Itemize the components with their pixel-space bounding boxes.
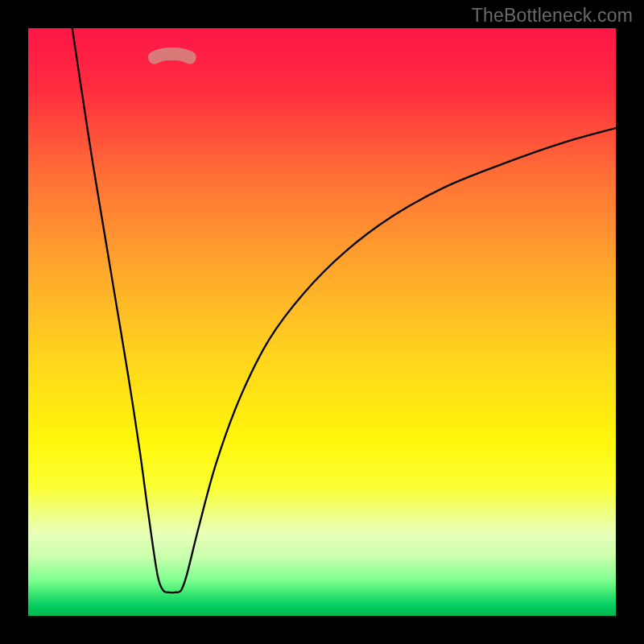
bottleneck-curve: [72, 28, 616, 592]
chart-frame: TheBottleneck.com: [0, 0, 644, 644]
curve-layer: [28, 28, 616, 616]
watermark-text: TheBottleneck.com: [472, 5, 633, 27]
plot-area: [28, 28, 616, 616]
curve-floor-highlight: [155, 54, 190, 57]
